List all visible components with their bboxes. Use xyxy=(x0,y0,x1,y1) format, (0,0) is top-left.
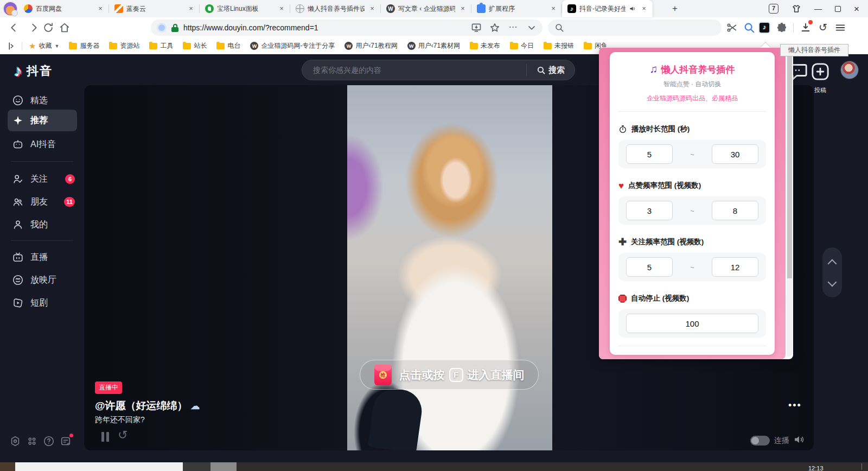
tab-close-icon[interactable]: × xyxy=(368,4,376,13)
auto-stop-input[interactable] xyxy=(626,314,758,333)
url-text[interactable]: https://www.douyin.com/?recommend=1 xyxy=(183,23,463,32)
tab-write-article[interactable]: W 写文章 ‹ 企业猫源码网 × xyxy=(381,0,471,17)
quick-search-field[interactable] xyxy=(548,20,722,36)
taskbar-segment[interactable] xyxy=(15,462,183,471)
bookmark-site[interactable]: W用户‹71素材网 xyxy=(407,41,460,50)
follow-frequency-min-input[interactable] xyxy=(626,257,673,277)
settings-gear-icon[interactable] xyxy=(9,435,21,447)
help-icon[interactable] xyxy=(43,435,55,447)
browser-menu-icon[interactable] xyxy=(834,22,846,34)
sidebar-item-featured[interactable]: 精选 xyxy=(8,91,77,110)
send-to-device-icon[interactable] xyxy=(471,22,482,33)
tab-lanzou[interactable]: 蓝奏云 × xyxy=(109,0,200,17)
video-scroll-nav[interactable] xyxy=(822,247,842,297)
bookmark-folder[interactable]: 未报错 xyxy=(544,41,574,50)
volume-icon[interactable] xyxy=(793,433,806,446)
url-more-icon[interactable]: ⋯ xyxy=(508,22,519,33)
reload-button[interactable] xyxy=(42,22,54,34)
douyin-logo[interactable]: ♪ 抖音 xyxy=(14,62,53,80)
search-button[interactable]: 搜索 xyxy=(527,65,575,75)
replay-button[interactable]: ↺ xyxy=(118,428,127,442)
bookmark-folder[interactable]: 今日 xyxy=(510,41,534,50)
back-button[interactable] xyxy=(8,22,20,34)
play-duration-min-input[interactable] xyxy=(626,144,673,164)
sidebar-item-live[interactable]: 直播 xyxy=(8,247,77,267)
tab-bt-panel[interactable]: 宝塔Linux面板 × xyxy=(200,0,290,17)
follow-frequency-max-input[interactable] xyxy=(712,257,758,277)
maximize-button[interactable] xyxy=(835,6,841,12)
popup-divider xyxy=(618,111,766,112)
like-frequency-max-input[interactable] xyxy=(712,201,758,220)
bookmark-folder[interactable]: 工具 xyxy=(149,41,173,50)
taskbar-segment[interactable] xyxy=(210,462,237,471)
sidebar-item-cinema[interactable]: 放映厅 xyxy=(8,270,77,290)
popup-brand-link[interactable]: 企业猫源码源码出品、必属精品 xyxy=(618,94,766,103)
bookmark-folder[interactable]: 站长 xyxy=(183,41,207,50)
tab-close-icon[interactable]: × xyxy=(277,4,286,13)
forward-button[interactable] xyxy=(28,22,40,34)
taskbar-segment[interactable] xyxy=(0,462,15,471)
search-input[interactable] xyxy=(302,66,526,74)
sidebar-panel-icon[interactable] xyxy=(7,41,16,51)
bookmark-star-icon[interactable] xyxy=(489,22,500,33)
home-button[interactable] xyxy=(59,22,71,34)
scroll-up-icon[interactable] xyxy=(828,259,837,269)
sidebar-item-ai-douyin[interactable]: AI抖音 xyxy=(8,135,77,154)
streamer-name[interactable]: @许愿（好运绵绵）☁ xyxy=(95,399,200,413)
autoplay-toggle[interactable] xyxy=(750,436,770,445)
tab-baidu-netdisk[interactable]: 百度网盘 × xyxy=(18,0,109,17)
feedback-icon[interactable] xyxy=(60,435,72,447)
tab-plugin-settings[interactable]: 懒人抖音养号插件设置 × xyxy=(290,0,381,17)
scroll-down-icon[interactable] xyxy=(828,278,837,287)
douyin-search-bar[interactable]: 搜索 xyxy=(302,60,575,80)
favorites-menu[interactable]: ★ 收藏 ▼ xyxy=(29,41,59,51)
enter-live-room-button[interactable]: 抢 点击或按 F 进入直播间 xyxy=(360,360,539,390)
secure-lock-icon[interactable] xyxy=(171,24,178,32)
extensions-puzzle-icon[interactable] xyxy=(776,22,788,34)
user-avatar[interactable] xyxy=(841,61,858,79)
url-dropdown-icon[interactable] xyxy=(526,22,537,33)
tab-close-icon[interactable]: × xyxy=(458,4,467,13)
find-magnifier-icon[interactable] xyxy=(743,22,755,34)
apps-grid-icon[interactable] xyxy=(26,435,38,447)
tab-audio-icon[interactable] xyxy=(629,5,636,12)
tab-close-icon[interactable]: × xyxy=(96,4,105,13)
douyin-extension-icon[interactable]: ♪ xyxy=(758,22,770,34)
play-duration-max-input[interactable] xyxy=(712,144,758,164)
downloads-icon[interactable] xyxy=(800,22,812,34)
minimize-button[interactable]: — xyxy=(814,5,822,12)
tab-close-icon[interactable]: × xyxy=(640,4,648,13)
bookmark-folder[interactable]: 未发布 xyxy=(470,41,500,50)
tab-extensions[interactable]: 扩展程序 × xyxy=(471,0,562,17)
bookmark-folder[interactable]: 电台 xyxy=(216,41,240,50)
folder-icon xyxy=(69,43,77,49)
close-window-button[interactable]: × xyxy=(854,4,859,14)
new-tab-button[interactable]: + xyxy=(668,2,681,15)
sidebar-item-following[interactable]: 关注 6 xyxy=(8,169,77,189)
tab-counter-badge[interactable]: 7 xyxy=(769,4,778,14)
screenshot-scissors-icon[interactable] xyxy=(726,22,738,34)
sidebar-item-recommend[interactable]: 推荐 xyxy=(8,110,77,131)
bookmark-folder[interactable]: 服务器 xyxy=(69,41,99,50)
sidebar-item-short-drama[interactable]: 短剧 xyxy=(8,293,77,313)
bookmark-site[interactable]: W企业猫源码网-专注于分享 xyxy=(250,41,335,50)
sidebar-item-mine[interactable]: 我的 xyxy=(8,215,77,234)
tab-douyin-active[interactable]: ♪ 抖音-记录美好生活 × xyxy=(562,0,653,17)
popup-scrollbar-thumb[interactable] xyxy=(787,52,792,278)
address-bar[interactable]: https://www.douyin.com/?recommend=1 ⋯ xyxy=(151,20,542,36)
like-frequency-min-input[interactable] xyxy=(626,201,673,220)
taskbar-segment[interactable] xyxy=(183,462,210,471)
tab-close-icon[interactable]: × xyxy=(187,4,195,13)
undo-restore-icon[interactable]: ↺ xyxy=(817,22,829,34)
theme-skin-icon[interactable] xyxy=(792,4,801,14)
pause-button[interactable] xyxy=(100,431,111,442)
more-options-button[interactable]: ••• xyxy=(788,400,802,411)
popup-scrollbar[interactable] xyxy=(787,50,793,357)
browser-profile-avatar[interactable] xyxy=(4,2,17,15)
permission-indicator-icon[interactable] xyxy=(158,24,165,31)
bookmark-folder[interactable]: 资源站 xyxy=(109,41,139,50)
red-envelope-icon: 抢 xyxy=(374,365,392,385)
bookmark-site[interactable]: W用户‹71教程网 xyxy=(344,41,397,50)
tab-close-icon[interactable]: × xyxy=(549,4,558,13)
sidebar-item-friends[interactable]: 朋友 11 xyxy=(8,192,77,212)
